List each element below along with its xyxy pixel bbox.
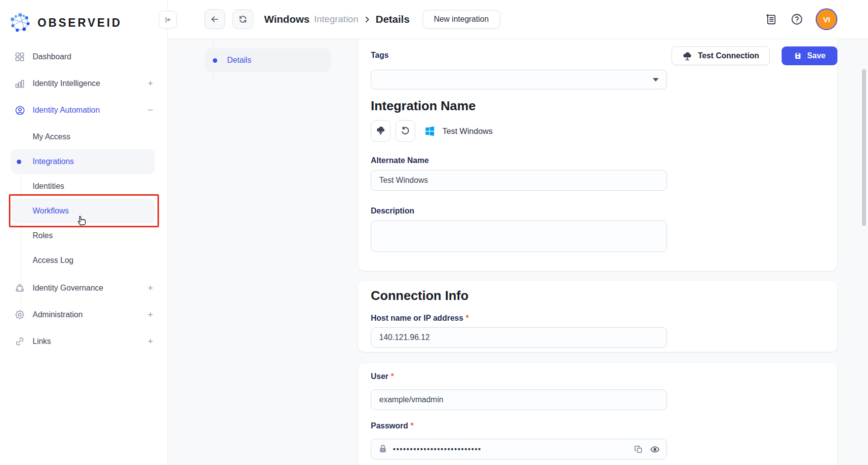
breadcrumb-secondary: Integration xyxy=(314,14,358,25)
host-label: Host name or IP address* xyxy=(371,313,837,323)
active-dot-icon xyxy=(213,58,217,63)
vertical-scrollbar[interactable] xyxy=(862,69,866,226)
required-asterisk: * xyxy=(411,422,414,430)
integration-name-heading: Integration Name xyxy=(371,98,837,114)
card-actions: Test Connection Save xyxy=(671,46,837,65)
content-area: Details xyxy=(168,39,868,465)
back-button[interactable] xyxy=(204,9,225,29)
sidebar: OBSERVEID Dashboard Iden xyxy=(0,0,168,465)
lock-icon xyxy=(377,443,389,455)
brand-wordmark: OBSERVEID xyxy=(38,16,122,30)
expand-plus-icon[interactable]: + xyxy=(148,336,153,347)
alternate-name-input[interactable] xyxy=(371,170,667,191)
eye-icon[interactable] xyxy=(650,444,660,455)
gear-icon xyxy=(14,309,26,321)
sidebar-item-integrations[interactable]: Integrations xyxy=(11,149,155,174)
sidebar-item-my-access[interactable]: My Access xyxy=(11,125,155,149)
breadcrumb: Windows Integration Details xyxy=(264,13,410,25)
tags-select[interactable] xyxy=(371,70,667,89)
bar-chart-icon xyxy=(14,78,26,89)
new-integration-button[interactable]: New integration xyxy=(423,10,500,29)
tab-details[interactable]: Details xyxy=(205,48,331,72)
expand-plus-icon[interactable]: + xyxy=(148,309,153,320)
sidebar-item-identity-automation[interactable]: Identity Automation − xyxy=(11,98,155,123)
user-label: User* xyxy=(371,372,837,381)
credentials-card: User* Password* xyxy=(358,363,837,465)
host-input[interactable] xyxy=(371,327,667,348)
password-input[interactable] xyxy=(371,439,667,460)
password-field-actions xyxy=(634,439,660,460)
upload-cloud-button[interactable] xyxy=(371,120,391,142)
collapse-minus-icon[interactable]: − xyxy=(148,105,153,116)
sidebar-item-administration[interactable]: Administration + xyxy=(11,302,155,327)
audit-notes-icon[interactable] xyxy=(764,12,778,26)
chevron-right-icon xyxy=(363,15,371,24)
topbar-right: VI xyxy=(764,0,868,39)
host-label-text: Host name or IP address xyxy=(371,314,463,322)
connector-name: Test Windows xyxy=(442,127,493,136)
observeid-logo-icon xyxy=(9,11,32,34)
form-column: Test Connection Save xyxy=(358,39,837,465)
refresh-button[interactable] xyxy=(233,9,253,29)
sidebar-item-label: Administration xyxy=(33,310,82,319)
windows-logo-icon xyxy=(424,126,435,137)
test-connection-button[interactable]: Test Connection xyxy=(671,46,769,65)
top-bar: Windows Integration Details New integrat… xyxy=(168,0,868,39)
required-asterisk: * xyxy=(466,314,469,322)
sidebar-collapse-button[interactable] xyxy=(159,11,177,29)
governance-nodes-icon xyxy=(14,282,26,294)
password-label-text: Password xyxy=(371,422,408,430)
password-label: Password* xyxy=(371,421,837,431)
password-field xyxy=(371,439,667,460)
sidebar-item-label: Identities xyxy=(33,182,64,191)
sidebar-item-links[interactable]: Links + xyxy=(11,329,155,354)
brand-logo-row: OBSERVEID xyxy=(0,0,167,36)
user-label-text: User xyxy=(371,372,389,380)
avatar[interactable]: VI xyxy=(816,8,837,30)
save-label: Save xyxy=(807,51,826,60)
sidebar-item-access-log[interactable]: Access Log xyxy=(11,248,155,273)
sidebar-item-label: Dashboard xyxy=(33,52,71,61)
details-card: Test Connection Save xyxy=(358,39,837,271)
sidebar-item-identities[interactable]: Identities xyxy=(11,174,155,199)
tab-details-label: Details xyxy=(227,56,251,65)
circular-arrow-icon xyxy=(400,126,411,136)
save-button[interactable]: Save xyxy=(782,46,837,65)
main-area: Windows Integration Details New integrat… xyxy=(168,0,868,465)
sidebar-item-dashboard[interactable]: Dashboard xyxy=(11,44,155,69)
test-connection-label: Test Connection xyxy=(698,51,759,60)
sidebar-item-label: Identity Automation xyxy=(33,106,100,115)
integration-name-row: Test Windows xyxy=(371,120,837,142)
sidebar-item-identity-governance[interactable]: Identity Governance + xyxy=(11,276,155,300)
dashboard-icon xyxy=(14,51,26,63)
sidebar-item-label: Roles xyxy=(33,231,53,240)
cloud-upload-icon xyxy=(375,126,386,136)
save-floppy-icon xyxy=(793,51,802,60)
description-input[interactable] xyxy=(371,220,667,252)
sidebar-item-label: Identity Intelligence xyxy=(33,79,100,88)
sidebar-item-label: My Access xyxy=(33,132,70,141)
collapse-sidebar-icon xyxy=(163,15,172,24)
history-rollback-button[interactable] xyxy=(395,120,415,142)
sidebar-item-label: Links xyxy=(33,337,51,346)
sidebar-item-label: Access Log xyxy=(33,256,74,265)
active-dot-icon xyxy=(17,160,21,164)
description-label: Description xyxy=(371,206,837,216)
app-root: OBSERVEID Dashboard Iden xyxy=(0,0,868,465)
required-asterisk: * xyxy=(391,372,394,380)
user-input[interactable] xyxy=(371,389,667,410)
expand-plus-icon[interactable]: + xyxy=(148,283,153,294)
mouse-cursor-icon xyxy=(74,212,89,228)
breadcrumb-current: Details xyxy=(376,13,410,25)
connection-info-heading: Connection Info xyxy=(371,288,837,303)
sidebar-item-label: Integrations xyxy=(33,157,74,166)
connection-info-card: Connection Info Host name or IP address* xyxy=(358,281,837,352)
cloud-network-icon xyxy=(682,50,693,61)
link-icon xyxy=(14,336,26,347)
sidebar-item-identity-intelligence[interactable]: Identity Intelligence + xyxy=(11,71,155,96)
sidebar-item-label: Identity Governance xyxy=(33,284,103,293)
expand-plus-icon[interactable]: + xyxy=(148,78,153,89)
sidebar-item-label: Workflows xyxy=(33,207,69,215)
help-icon[interactable] xyxy=(790,12,804,26)
copy-icon[interactable] xyxy=(634,445,643,454)
